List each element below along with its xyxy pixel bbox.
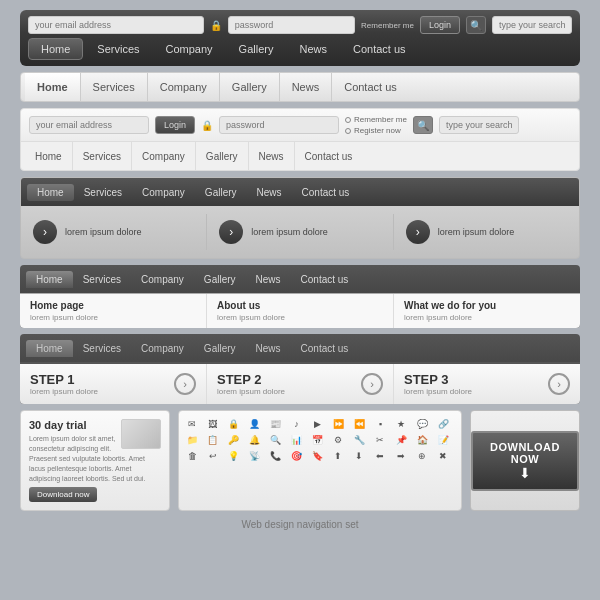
email-input-1[interactable] [28,16,204,34]
search-input-3[interactable] [439,116,519,134]
nav2-link-news[interactable]: News [280,73,333,101]
icon-cell-31[interactable]: 🎯 [290,449,304,463]
nav5-link-gallery[interactable]: Gallery [194,271,246,288]
nav3-link-services[interactable]: Services [73,142,132,170]
nav2-link-services[interactable]: Services [81,73,148,101]
nav5-link-contact[interactable]: Contact us [291,271,359,288]
icon-cell-30[interactable]: 📞 [269,449,283,463]
icon-cell-34[interactable]: ⬇ [352,449,366,463]
nav2-link-gallery[interactable]: Gallery [220,73,280,101]
search-input-1[interactable] [492,16,572,34]
nav6-link-news[interactable]: News [246,340,291,357]
icon-cell-23[interactable]: 📌 [394,433,408,447]
icon-cell-24[interactable]: 🏠 [415,433,429,447]
step-item-3: STEP 3 lorem ipsum dolore › [394,364,580,404]
icon-cell-20[interactable]: ⚙ [331,433,345,447]
search-icon-btn-1[interactable]: 🔍 [466,16,486,34]
trial-download-button[interactable]: Download now [29,487,97,502]
nav3-link-contact[interactable]: Contact us [295,142,363,170]
nav3-link-company[interactable]: Company [132,142,196,170]
icon-cell-36[interactable]: ➡ [394,449,408,463]
nav2-link-contact[interactable]: Contact us [332,73,409,101]
nav2-link-company[interactable]: Company [148,73,220,101]
icon-cell-28[interactable]: 💡 [227,449,241,463]
nav1-link-contact[interactable]: Contact us [341,39,418,59]
nav6-link-contact[interactable]: Contact us [291,340,359,357]
icon-cell-27[interactable]: ↩ [206,449,220,463]
step-arrow-2[interactable]: › [361,373,383,395]
nav6-link-services[interactable]: Services [73,340,131,357]
nav6-link-company[interactable]: Company [131,340,194,357]
step-arrow-1[interactable]: › [174,373,196,395]
nav1-link-company[interactable]: Company [154,39,225,59]
icon-cell-37[interactable]: ⊕ [415,449,429,463]
icon-cell-11[interactable]: 💬 [415,417,429,431]
nav6-link-home[interactable]: Home [26,340,73,357]
arrow-circle-3[interactable]: › [406,220,430,244]
nav4-link-gallery[interactable]: Gallery [195,184,247,201]
icon-cell-9[interactable]: ▪ [373,417,387,431]
nav3-link-gallery[interactable]: Gallery [196,142,249,170]
nav1-link-home[interactable]: Home [28,38,83,60]
icon-cell-17[interactable]: 🔍 [269,433,283,447]
nav4-link-news[interactable]: News [247,184,292,201]
icon-cell-0[interactable]: ✉ [185,417,199,431]
nav5-sub-item-2[interactable]: About us lorem ipsum dolore [207,294,394,328]
icon-cell-3[interactable]: 👤 [248,417,262,431]
nav4-link-contact[interactable]: Contact us [292,184,360,201]
nav3-link-home[interactable]: Home [25,142,73,170]
icon-cell-33[interactable]: ⬆ [331,449,345,463]
nav3-link-news[interactable]: News [249,142,295,170]
icon-cell-26[interactable]: 🗑 [185,449,199,463]
nav1-link-services[interactable]: Services [85,39,151,59]
icon-cell-25[interactable]: 📝 [436,433,450,447]
password-input-1[interactable] [228,16,355,34]
icon-cell-10[interactable]: ★ [394,417,408,431]
nav4-link-home[interactable]: Home [27,184,74,201]
email-input-3[interactable] [29,116,149,134]
nav6-link-gallery[interactable]: Gallery [194,340,246,357]
icon-cell-5[interactable]: ♪ [290,417,304,431]
login-button-1[interactable]: Login [420,16,460,34]
nav-bar-6: Home Services Company Gallery News Conta… [20,334,580,404]
nav5-link-home[interactable]: Home [26,271,73,288]
icon-cell-6[interactable]: ▶ [311,417,325,431]
icon-cell-12[interactable]: 🔗 [436,417,450,431]
icon-cell-2[interactable]: 🔒 [227,417,241,431]
nav1-link-gallery[interactable]: Gallery [227,39,286,59]
icon-cell-22[interactable]: ✂ [373,433,387,447]
nav4-link-company[interactable]: Company [132,184,195,201]
nav4-link-services[interactable]: Services [74,184,132,201]
icon-cell-14[interactable]: 📋 [206,433,220,447]
arrow-circle-1[interactable]: › [33,220,57,244]
download-box[interactable]: DOWNLOAD NOW ⬇ [470,410,580,511]
search-icon-btn-3[interactable]: 🔍 [413,116,433,134]
icon-cell-21[interactable]: 🔧 [352,433,366,447]
icon-cell-19[interactable]: 📅 [311,433,325,447]
icon-cell-32[interactable]: 🔖 [311,449,325,463]
icon-cell-8[interactable]: ⏪ [352,417,366,431]
password-input-3[interactable] [219,116,339,134]
login-button-3[interactable]: Login [155,116,195,134]
icon-cell-18[interactable]: 📊 [290,433,304,447]
sub-text-1: lorem ipsum dolore [30,313,196,322]
icon-cell-7[interactable]: ⏩ [331,417,345,431]
icon-cell-1[interactable]: 🖼 [206,417,220,431]
icon-cell-15[interactable]: 🔑 [227,433,241,447]
nav5-sub-item-1[interactable]: Home page lorem ipsum dolore [20,294,207,328]
nav5-link-services[interactable]: Services [73,271,131,288]
arrow-text-2: lorem ipsum dolore [251,227,328,237]
arrow-circle-2[interactable]: › [219,220,243,244]
step-arrow-3[interactable]: › [548,373,570,395]
icon-cell-16[interactable]: 🔔 [248,433,262,447]
nav1-link-news[interactable]: News [287,39,339,59]
nav5-link-company[interactable]: Company [131,271,194,288]
nav5-sub-item-3[interactable]: What we do for you lorem ipsum dolore [394,294,580,328]
icon-cell-38[interactable]: ✖ [436,449,450,463]
icon-cell-29[interactable]: 📡 [248,449,262,463]
nav2-link-home[interactable]: Home [25,73,81,101]
icon-cell-35[interactable]: ⬅ [373,449,387,463]
icon-cell-4[interactable]: 📰 [269,417,283,431]
nav5-link-news[interactable]: News [246,271,291,288]
icon-cell-13[interactable]: 📁 [185,433,199,447]
